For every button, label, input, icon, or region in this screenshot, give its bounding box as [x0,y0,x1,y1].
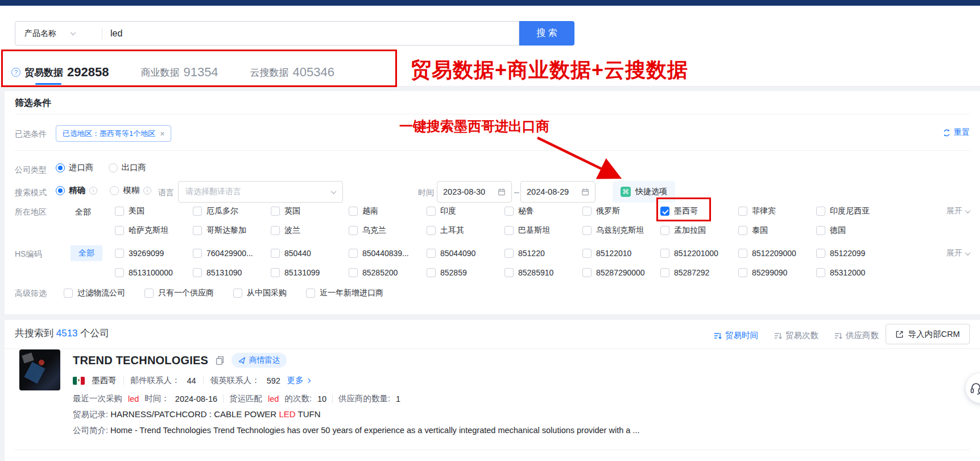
hscode-option[interactable]: 85287292 [660,264,738,281]
region-option[interactable]: 德国 [816,222,894,239]
checkbox[interactable] [816,249,825,258]
sort-trade-count[interactable]: 贸易次数 [774,330,818,341]
checkbox[interactable] [505,249,514,258]
selected-region-tag[interactable]: 已选地区：墨西哥等1个地区 × [56,125,171,142]
checkbox[interactable] [660,226,669,235]
copy-icon[interactable] [215,356,225,365]
checkbox[interactable] [306,289,315,298]
radio-icon[interactable] [110,186,119,195]
region-option[interactable]: 菲律宾 [738,203,816,220]
checkbox[interactable] [193,207,202,216]
hscode-option[interactable]: 39269099 [115,245,193,262]
checkbox[interactable] [271,207,280,216]
region-option[interactable]: 波兰 [271,222,349,239]
company-name[interactable]: TREND TECHNOLOGIES [73,354,208,367]
advanced-option[interactable]: 只有一个供应商 [144,285,214,302]
checkbox[interactable] [115,268,124,277]
checkbox[interactable] [427,207,436,216]
hscode-option[interactable]: 85044090 [427,245,505,262]
checkbox[interactable] [193,226,202,235]
checkbox[interactable] [233,289,242,298]
checkbox[interactable] [144,289,154,298]
checkbox[interactable] [115,207,124,216]
hscode-option[interactable]: 85312000 [816,264,894,281]
region-option[interactable]: 美国 [115,203,193,220]
region-option[interactable]: 乌兹别克斯坦 [582,222,660,239]
date-end-input[interactable]: 2024-08-29 [520,181,596,203]
region-option[interactable]: 秘鲁 [505,203,582,220]
checkbox[interactable] [582,268,592,277]
radio-icon[interactable] [56,186,65,195]
hscode-option[interactable]: 85285200 [349,264,427,281]
checkbox[interactable] [660,268,669,277]
checkbox[interactable] [505,268,514,277]
region-option[interactable]: 泰国 [738,222,816,239]
checkbox[interactable] [738,226,747,235]
language-select[interactable]: 请选择翻译语言 [178,181,343,203]
hscode-expand-button[interactable]: 展开 [946,248,970,258]
checkbox[interactable] [115,226,124,235]
region-option[interactable]: 印度 [427,203,505,220]
checkbox[interactable] [271,249,280,258]
info-icon[interactable]: i [143,187,151,195]
region-option[interactable]: 越南 [349,203,427,220]
radio-fuzzy[interactable]: 模糊 i [110,185,151,196]
checkbox[interactable] [271,268,280,277]
checkbox[interactable] [582,207,592,216]
sort-supplier-count[interactable]: 供应商数 [834,330,879,341]
checkbox[interactable] [738,207,747,216]
hscode-option[interactable]: 85122010 [582,245,660,262]
business-radar-badge[interactable]: 商情雷达 [231,353,287,368]
hscode-option[interactable]: 8513100000 [115,264,193,281]
date-start-input[interactable]: 2023-08-30 [437,181,512,203]
checkbox[interactable] [738,268,747,277]
hscode-option[interactable]: 8512209000 [738,245,816,262]
region-option[interactable]: 俄罗斯 [582,203,660,220]
checkbox[interactable] [582,249,592,258]
region-option[interactable]: 哈萨克斯坦 [115,222,193,239]
more-link[interactable]: 更多 [287,375,310,386]
advanced-option[interactable]: 过滤物流公司 [64,285,125,302]
region-option[interactable]: 哥斯达黎加 [193,222,271,239]
region-option[interactable]: 乌克兰 [349,222,427,239]
region-option[interactable]: 印度尼西亚 [816,203,894,220]
region-option[interactable]: 土耳其 [427,222,505,239]
checkbox[interactable] [193,268,202,277]
region-all-button[interactable]: 全部 [75,207,91,217]
region-option[interactable]: 巴基斯坦 [505,222,582,239]
checkbox[interactable] [64,289,73,298]
radio-exporter[interactable]: 出口商 [109,162,147,173]
close-icon[interactable]: × [160,129,164,138]
checkbox[interactable] [427,268,436,277]
checkbox[interactable] [738,249,747,258]
radio-importer[interactable]: 进口商 [56,162,94,173]
checkbox[interactable] [816,226,825,235]
checkbox[interactable] [427,226,436,235]
radio-icon[interactable] [56,163,65,172]
region-option[interactable]: 英国 [271,203,349,220]
checkbox[interactable] [505,226,514,235]
checkbox[interactable] [115,249,124,258]
advanced-option[interactable]: 从中国采购 [233,285,287,302]
search-field-selector[interactable]: 产品名称 [15,28,102,39]
hscode-option[interactable]: 85122099 [816,245,894,262]
checkbox[interactable] [349,226,358,235]
radio-exact[interactable]: 精确 i [56,185,97,196]
checkbox[interactable] [349,249,358,258]
checkbox[interactable] [193,249,202,258]
checkbox[interactable] [582,226,592,235]
hscode-option[interactable]: 760429900... [193,245,271,262]
company-thumbnail[interactable] [19,349,60,390]
checkbox[interactable] [816,207,825,216]
search-button[interactable]: 搜 索 [519,21,574,46]
checkbox[interactable] [816,268,825,277]
region-option[interactable]: 厄瓜多尔 [193,203,271,220]
checkbox[interactable] [271,226,280,235]
hscode-option[interactable]: 85285910 [505,264,582,281]
checkbox[interactable] [349,268,358,277]
hscode-option[interactable]: 85287290000 [582,264,660,281]
region-option[interactable]: 孟加拉国 [660,222,738,239]
hscode-option[interactable]: 85131099 [271,264,349,281]
radio-icon[interactable] [109,163,118,172]
sort-trade-time[interactable]: 贸易时间 [714,330,758,341]
